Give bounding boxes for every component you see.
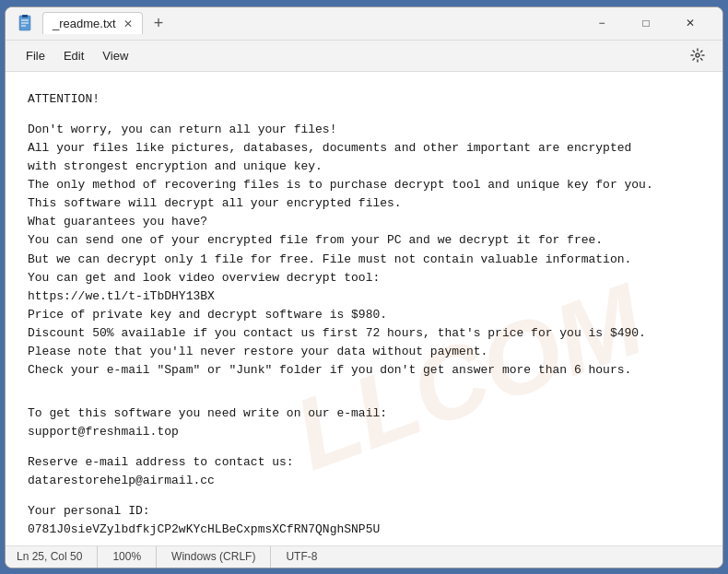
title-bar: _readme.txt ✕ + − □ ✕ <box>6 7 722 41</box>
menu-bar: File Edit View <box>6 41 722 72</box>
line-only-method: The only method of recovering files is t… <box>28 176 700 194</box>
line-get-software: To get this software you need write on o… <box>28 404 700 423</box>
minimize-button[interactable]: − <box>581 8 623 38</box>
line-check-email: Check your e-mail "Spam" or "Junk" folde… <box>28 361 700 380</box>
main-window: _readme.txt ✕ + − □ ✕ File Edit View LLC… <box>5 6 723 568</box>
settings-button[interactable] <box>684 41 711 69</box>
line-discount: Discount 50% available if you contact us… <box>28 324 700 343</box>
line-video: You can get and look video overview decr… <box>28 269 700 287</box>
blank-line-3 <box>28 392 700 404</box>
line-support-email: support@freshmail.top <box>28 423 700 441</box>
line-guarantees: What guarantees you have? <box>28 213 700 231</box>
line-all-files: All your files like pictures, databases,… <box>28 139 700 158</box>
maximize-button[interactable]: □ <box>625 8 667 38</box>
status-bar: Ln 25, Col 50 100% Windows (CRLF) UTF-8 <box>6 545 722 568</box>
zoom-level: 100% <box>98 546 157 568</box>
view-menu[interactable]: View <box>93 45 137 66</box>
svg-rect-1 <box>22 15 28 18</box>
window-controls: − □ ✕ <box>581 8 711 38</box>
line-ending: Windows (CRLF) <box>157 546 271 568</box>
blank-line-1 <box>28 109 700 121</box>
svg-point-5 <box>696 53 699 57</box>
line-note: Please note that you'll never restore yo… <box>28 343 700 361</box>
line-reserve-email: Reserve e-mail address to contact us: <box>28 453 700 472</box>
line-dont-worry: Don't worry, you can return all your fil… <box>28 121 700 139</box>
line-url: https://we.tl/t-iTbDHY13BX <box>28 287 700 306</box>
app-icon <box>17 14 35 32</box>
active-tab[interactable]: _readme.txt ✕ <box>42 12 143 34</box>
line-reserve-address: datarestorehelp@airmail.cc <box>28 472 700 490</box>
line-send-file: You can send one of your encrypted file … <box>28 231 700 250</box>
line-price: Price of private key and decrypt softwar… <box>28 306 700 324</box>
tab-close-button[interactable]: ✕ <box>123 18 133 30</box>
text-content[interactable]: ATTENTION! Don't worry, you can return a… <box>6 72 722 545</box>
line-encryption: with strongest encryption and unique key… <box>28 158 700 176</box>
close-button[interactable]: ✕ <box>669 8 711 38</box>
blank-line-4 <box>28 441 700 453</box>
encoding: UTF-8 <box>271 546 332 568</box>
line-personal-id-value: 0781J0sieVZylbdfkjCP2wKYcHLBeCxpmsXCfRN7… <box>28 521 700 539</box>
tabs-area: _readme.txt ✕ + <box>42 12 581 34</box>
line-one-file: But we can decrypt only 1 file for free.… <box>28 251 700 269</box>
cursor-position: Ln 25, Col 50 <box>17 546 98 568</box>
edit-menu[interactable]: Edit <box>54 45 93 66</box>
file-menu[interactable]: File <box>17 45 54 66</box>
line-attention: ATTENTION! <box>28 90 700 109</box>
new-tab-button[interactable]: + <box>147 14 171 33</box>
blank-line-2 <box>28 381 700 392</box>
blank-line-5 <box>28 490 700 502</box>
content-wrapper: LLCOM ATTENTION! Don't worry, you can re… <box>6 72 722 545</box>
line-personal-id-label: Your personal ID: <box>28 502 700 521</box>
tab-label: _readme.txt <box>53 17 116 30</box>
line-decrypt-all: This software will decrypt all your encr… <box>28 194 700 213</box>
